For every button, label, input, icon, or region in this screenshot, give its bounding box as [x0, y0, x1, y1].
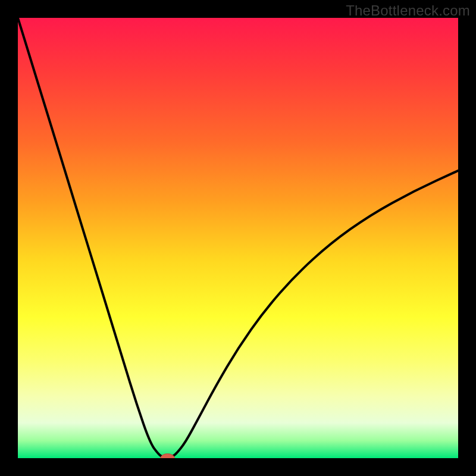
bottleneck-curve [18, 18, 458, 458]
optimum-marker [161, 454, 175, 458]
attribution-text: TheBottleneck.com [346, 2, 470, 19]
chart-frame: TheBottleneck.com [0, 0, 476, 476]
curve-path [18, 18, 458, 458]
